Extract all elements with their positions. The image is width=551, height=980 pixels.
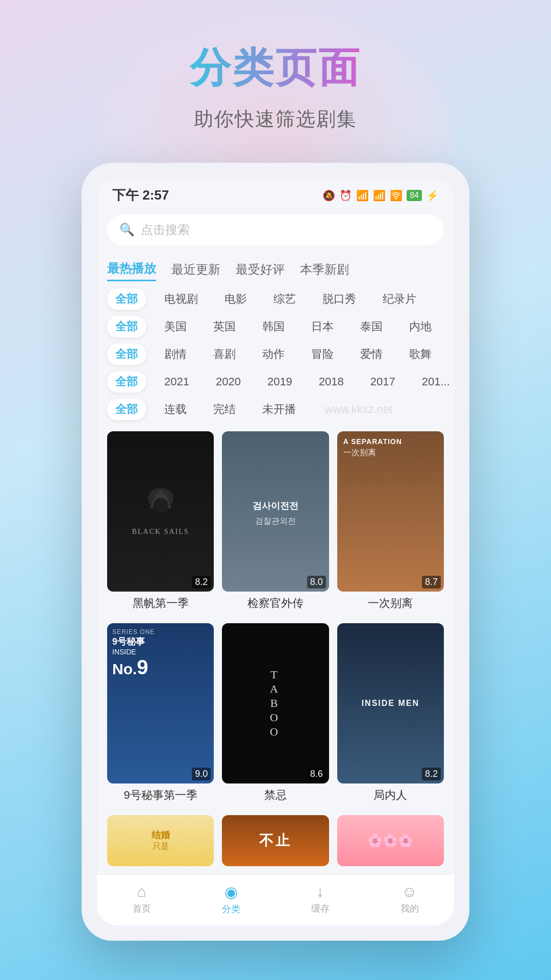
filter-genre-adventure[interactable]: 冒险 bbox=[303, 344, 342, 365]
filter-category-movie[interactable]: 电影 bbox=[216, 288, 255, 310]
filter-genre-comedy[interactable]: 喜剧 bbox=[205, 344, 244, 365]
filter-year-2020[interactable]: 2020 bbox=[208, 372, 249, 391]
battery-icon: 84 bbox=[407, 190, 422, 201]
rating-black-sails: 8.2 bbox=[192, 576, 211, 589]
rating-inside9: 9.0 bbox=[192, 768, 211, 780]
search-input-placeholder: 点击搜索 bbox=[141, 222, 190, 238]
filter-genre-musical[interactable]: 歌舞 bbox=[401, 344, 440, 365]
content-grid: BLACK SAILS 8.2 黑帆第一季 검사이전전 검찰관외전 8.0 bbox=[97, 423, 454, 874]
filter-genre-drama[interactable]: 剧情 bbox=[156, 344, 195, 365]
nav-home-label: 首页 bbox=[133, 902, 151, 915]
filter-status-upcoming[interactable]: 未开播 bbox=[254, 399, 304, 420]
nav-cache[interactable]: ↓ 缓存 bbox=[311, 883, 330, 915]
status-bar: 下午 2:57 🔕 ⏰ 📶 📶 🛜 84 ⚡ bbox=[97, 178, 454, 209]
mute-icon: 🔕 bbox=[322, 189, 335, 202]
filter-region-row: 全部 美国 英国 韩国 日本 泰国 内地 bbox=[97, 313, 454, 340]
media-card-unknown3[interactable]: 🌸🌸🌸 bbox=[337, 815, 444, 866]
signal-icon-1: 📶 bbox=[356, 189, 369, 202]
alarm-icon: ⏰ bbox=[339, 189, 352, 202]
filter-region-us[interactable]: 美国 bbox=[156, 316, 195, 337]
tab-hottest[interactable]: 最热播放 bbox=[107, 257, 156, 281]
filter-category-variety[interactable]: 综艺 bbox=[265, 288, 304, 310]
filter-genre-romance[interactable]: 爱情 bbox=[352, 344, 391, 365]
filter-genre-row: 全部 剧情 喜剧 动作 冒险 爱情 歌舞 bbox=[97, 340, 454, 368]
filter-year-2017[interactable]: 2017 bbox=[362, 372, 404, 391]
media-card-inside-men[interactable]: INSIDE MEN 8.2 局内人 bbox=[337, 623, 444, 807]
filter-category-talk[interactable]: 脱口秀 bbox=[314, 288, 364, 310]
watermark: www.kkxz.net bbox=[324, 403, 392, 416]
rating-prosecutor: 8.0 bbox=[307, 576, 326, 589]
media-card-prosecutor[interactable]: 검사이전전 검찰관외전 8.0 检察官外传 bbox=[222, 431, 329, 615]
media-card-separation[interactable]: A SEPARATION 一次别离 8.7 一次别离 bbox=[337, 431, 444, 615]
filter-year-all[interactable]: 全部 bbox=[107, 371, 146, 393]
search-bar[interactable]: 🔍 点击搜索 bbox=[107, 214, 444, 245]
tab-best-rated[interactable]: 最受好评 bbox=[236, 258, 285, 281]
title-prosecutor: 检察官外传 bbox=[222, 592, 329, 615]
nav-category[interactable]: ◉ 分类 bbox=[222, 883, 240, 915]
filter-category-documentary[interactable]: 纪录片 bbox=[374, 288, 424, 310]
filter-region-uk[interactable]: 英国 bbox=[205, 316, 244, 337]
filter-region-kr[interactable]: 韩国 bbox=[254, 316, 293, 337]
title-inside-men: 局内人 bbox=[337, 783, 444, 807]
tab-recent[interactable]: 最近更新 bbox=[171, 258, 220, 281]
status-time: 下午 2:57 bbox=[112, 186, 169, 204]
filter-genre-action[interactable]: 动作 bbox=[254, 344, 293, 365]
filter-year-row: 全部 2021 2020 2019 2018 2017 201... bbox=[97, 368, 454, 396]
signal-icon-2: 📶 bbox=[373, 189, 386, 202]
filter-genre-all[interactable]: 全部 bbox=[107, 344, 146, 365]
hero-title: 分类页面 bbox=[190, 41, 361, 96]
filter-status-row: 全部 连载 完结 未开播 www.kkxz.net bbox=[97, 396, 454, 423]
media-card-marriage[interactable]: 结婚 只是 bbox=[107, 815, 214, 866]
mine-icon: ☺ bbox=[402, 883, 417, 900]
nav-cache-label: 缓存 bbox=[311, 902, 330, 915]
rating-inside-men: 8.2 bbox=[422, 768, 441, 780]
filter-status-ongoing[interactable]: 连载 bbox=[156, 399, 195, 420]
nav-mine[interactable]: ☺ 我的 bbox=[400, 883, 419, 915]
media-card-black-sails[interactable]: BLACK SAILS 8.2 黑帆第一季 bbox=[107, 431, 214, 615]
wifi-icon: 🛜 bbox=[390, 189, 403, 202]
filter-category-all[interactable]: 全部 bbox=[107, 288, 146, 310]
sort-tabs: 最热播放 最近更新 最受好评 本季新剧 bbox=[97, 253, 454, 285]
tab-new-season[interactable]: 本季新剧 bbox=[300, 258, 349, 281]
media-card-inside9[interactable]: SERIES ONE 9号秘事 INSIDE No.9 9.0 9号秘事第一季 bbox=[107, 623, 214, 807]
filter-region-all[interactable]: 全部 bbox=[107, 316, 146, 337]
hero-section: 分类页面 助你快速筛选剧集 bbox=[0, 0, 551, 132]
cache-icon: ↓ bbox=[316, 883, 324, 900]
nav-category-label: 分类 bbox=[222, 903, 240, 915]
status-icons: 🔕 ⏰ 📶 📶 🛜 84 ⚡ bbox=[322, 189, 439, 202]
title-black-sails: 黑帆第一季 bbox=[107, 592, 214, 615]
svg-point-1 bbox=[153, 498, 168, 513]
media-card-taboo[interactable]: T A B O O 8.6 禁忌 bbox=[222, 623, 329, 807]
nav-home[interactable]: ⌂ 首页 bbox=[133, 883, 151, 915]
title-inside9: 9号秘事第一季 bbox=[107, 783, 214, 807]
category-icon: ◉ bbox=[224, 883, 238, 901]
rating-taboo: 8.6 bbox=[307, 768, 326, 780]
home-icon: ⌂ bbox=[137, 883, 146, 900]
rating-separation: 8.7 bbox=[422, 576, 441, 589]
phone-device: 下午 2:57 🔕 ⏰ 📶 📶 🛜 84 ⚡ 🔍 点击搜索 最热播放 最近更新 … bbox=[82, 163, 469, 941]
filter-region-th[interactable]: 泰国 bbox=[352, 316, 391, 337]
nav-mine-label: 我的 bbox=[400, 902, 419, 915]
filter-region-jp[interactable]: 日本 bbox=[303, 316, 342, 337]
filter-status-ended[interactable]: 完结 bbox=[205, 399, 244, 420]
media-card-unknown2[interactable]: 不止 bbox=[222, 815, 329, 866]
title-taboo: 禁忌 bbox=[222, 783, 329, 807]
filter-year-older[interactable]: 201... bbox=[414, 372, 454, 391]
filter-year-2018[interactable]: 2018 bbox=[311, 372, 352, 391]
charging-icon: ⚡ bbox=[426, 189, 439, 202]
filter-category-row: 全部 电视剧 电影 综艺 脱口秀 纪录片 bbox=[97, 285, 454, 313]
phone-screen: 下午 2:57 🔕 ⏰ 📶 📶 🛜 84 ⚡ 🔍 点击搜索 最热播放 最近更新 … bbox=[97, 178, 454, 925]
filter-status-all[interactable]: 全部 bbox=[107, 399, 146, 420]
filter-year-2021[interactable]: 2021 bbox=[156, 372, 197, 391]
bottom-navigation: ⌂ 首页 ◉ 分类 ↓ 缓存 ☺ 我的 bbox=[97, 874, 454, 925]
hero-subtitle: 助你快速筛选剧集 bbox=[194, 106, 357, 132]
title-separation: 一次别离 bbox=[337, 592, 444, 615]
filter-region-cn[interactable]: 内地 bbox=[401, 316, 440, 337]
filter-category-tv[interactable]: 电视剧 bbox=[156, 288, 206, 310]
filter-year-2019[interactable]: 2019 bbox=[259, 372, 300, 391]
search-icon: 🔍 bbox=[119, 223, 135, 237]
